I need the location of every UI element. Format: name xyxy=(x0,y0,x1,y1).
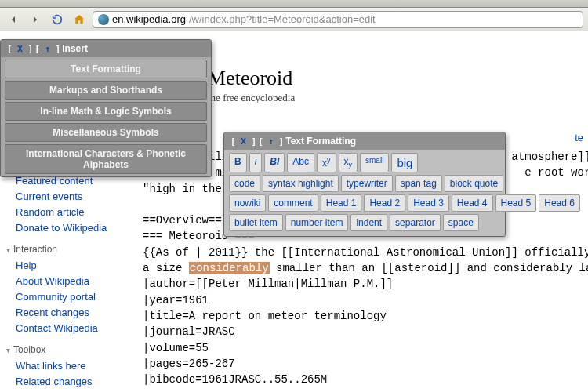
editor-line: |bibcode=1961JRASC..55..265M xyxy=(143,373,327,386)
browser-tab-strip xyxy=(0,0,588,8)
editor-line: smaller than an [[asteroid]] and conside… xyxy=(270,262,588,274)
page-title: Meteoroid xyxy=(208,67,295,90)
hide-link-fragment: te xyxy=(575,132,583,143)
insert-item-misc-symbols[interactable]: Miscellaneous Symbols xyxy=(5,123,207,142)
fmt-space-button[interactable]: space xyxy=(443,214,479,231)
sidebar-item-whatlinks[interactable]: What links here xyxy=(11,358,127,374)
fmt-indent-button[interactable]: indent xyxy=(350,214,387,231)
forward-button[interactable] xyxy=(27,11,44,28)
fmt-head5-button[interactable]: Head 5 xyxy=(495,194,537,212)
sidebar-item-donate[interactable]: Donate to Wikipedia xyxy=(11,220,127,236)
sidebar-item-contact[interactable]: Contact Wikipedia xyxy=(11,321,127,336)
fmt-comment-button[interactable]: comment xyxy=(268,194,318,212)
fmt-typewriter-button[interactable]: typewriter xyxy=(341,175,393,192)
back-button[interactable] xyxy=(5,11,22,28)
article-header: Meteoroid the free encyclopedia xyxy=(208,67,295,104)
fmt-strike-button[interactable]: Abc xyxy=(287,153,314,172)
insert-panel-header: [ X ] [ ↑ ] Insert xyxy=(1,40,211,57)
page-subtitle: the free encyclopedia xyxy=(208,92,295,104)
fmt-italic-button[interactable]: i xyxy=(249,153,263,172)
browser-nav-bar: en.wikipedia.org/w/index.php?title=Meteo… xyxy=(0,8,588,31)
insert-item-international[interactable]: International Characters & Phonetic Alph… xyxy=(5,144,207,174)
insert-item-markups[interactable]: Markups and Shorthands xyxy=(5,81,207,100)
sidebar-item-about[interactable]: About Wikipedia xyxy=(11,274,127,289)
editor-line: |title=A report on meteor terminology xyxy=(143,310,387,322)
text-formatting-panel: [ X ] [ ↑ ] Text Formatting B i BI Abc x… xyxy=(223,132,506,237)
insert-item-math[interactable]: In-line Math & Logic Symbols xyxy=(5,102,207,121)
fmt-code-button[interactable]: code xyxy=(229,175,260,192)
sidebar-item-recent-changes[interactable]: Recent changes xyxy=(11,305,127,321)
home-button[interactable] xyxy=(71,11,88,28)
fmt-nowiki-button[interactable]: nowiki xyxy=(229,194,266,212)
fmt-separator-button[interactable]: separator xyxy=(390,214,441,231)
site-identity-icon xyxy=(98,14,109,25)
insert-collapse-button[interactable]: ↑ xyxy=(45,44,50,54)
fmt-panel-header: [ X ] [ ↑ ] Text Formatting xyxy=(224,132,505,150)
insert-panel: [ X ] [ ↑ ] Insert Text Formatting Marku… xyxy=(0,39,212,177)
editor-line: e root word " xyxy=(524,166,588,179)
editor-line: |journal=JRASC xyxy=(143,325,235,338)
fmt-panel-title: Text Formatting xyxy=(285,136,356,147)
fmt-head3-button[interactable]: Head 3 xyxy=(408,194,449,212)
fmt-number-button[interactable]: number item xyxy=(285,214,349,231)
editor-line: |author=[[Peter Millman|Millman P.M.]] xyxy=(143,278,393,290)
editor-line: |year=1961 xyxy=(143,294,209,307)
fmt-small-button[interactable]: small xyxy=(360,153,389,172)
fmt-bold-italic-button[interactable]: BI xyxy=(264,153,285,172)
editor-line: ==Overview== xyxy=(143,214,222,227)
fmt-close-button[interactable]: X xyxy=(241,136,246,147)
editor-line: a size xyxy=(143,262,189,274)
fmt-span-button[interactable]: span tag xyxy=(395,175,442,192)
fmt-bold-button[interactable]: B xyxy=(229,153,247,172)
url-domain: en.wikipedia.org xyxy=(112,13,186,25)
editor-line: |pages=265-267 xyxy=(143,358,235,370)
editor-line: {{As of | 2011}} the [[International Ast… xyxy=(143,246,588,259)
fmt-head1-button[interactable]: Head 1 xyxy=(321,194,362,212)
insert-close-button[interactable]: X xyxy=(17,44,23,54)
insert-item-text-formatting[interactable]: Text Formatting xyxy=(5,60,207,78)
insert-panel-title: Insert xyxy=(62,43,88,54)
fmt-subscript-button[interactable]: xy xyxy=(339,153,358,172)
sidebar-item-random[interactable]: Random article xyxy=(11,205,127,220)
fmt-syntax-button[interactable]: syntax highlight xyxy=(263,175,339,192)
editor-line: |volume=55 xyxy=(143,342,209,354)
sidebar-item-help[interactable]: Help xyxy=(11,258,127,274)
editor-selection: considerably xyxy=(189,262,270,274)
sidebar-item-community[interactable]: Community portal xyxy=(11,289,127,305)
fmt-head4-button[interactable]: Head 4 xyxy=(452,194,493,212)
address-bar[interactable]: en.wikipedia.org/w/index.php?title=Meteo… xyxy=(93,11,583,28)
editor-line: "high in the xyxy=(143,183,228,195)
sidebar-header-toolbox[interactable]: Toolbox xyxy=(6,344,127,355)
fmt-collapse-button[interactable]: ↑ xyxy=(268,136,274,147)
sidebar-header-interaction[interactable]: Interaction xyxy=(6,244,127,255)
fmt-head6-button[interactable]: Head 6 xyxy=(539,194,580,212)
refresh-button[interactable] xyxy=(49,11,66,28)
fmt-head2-button[interactable]: Head 2 xyxy=(364,194,405,212)
sidebar-item-related-changes[interactable]: Related changes xyxy=(11,374,127,390)
url-path: /w/index.php?title=Meteoroid&action=edit xyxy=(189,13,376,25)
fmt-blockquote-button[interactable]: block quote xyxy=(445,175,503,192)
fmt-big-button[interactable]: big xyxy=(391,153,418,172)
fmt-bullet-button[interactable]: bullet item xyxy=(229,214,283,231)
sidebar-item-current-events[interactable]: Current events xyxy=(11,189,127,205)
fmt-superscript-button[interactable]: xy xyxy=(317,153,336,172)
